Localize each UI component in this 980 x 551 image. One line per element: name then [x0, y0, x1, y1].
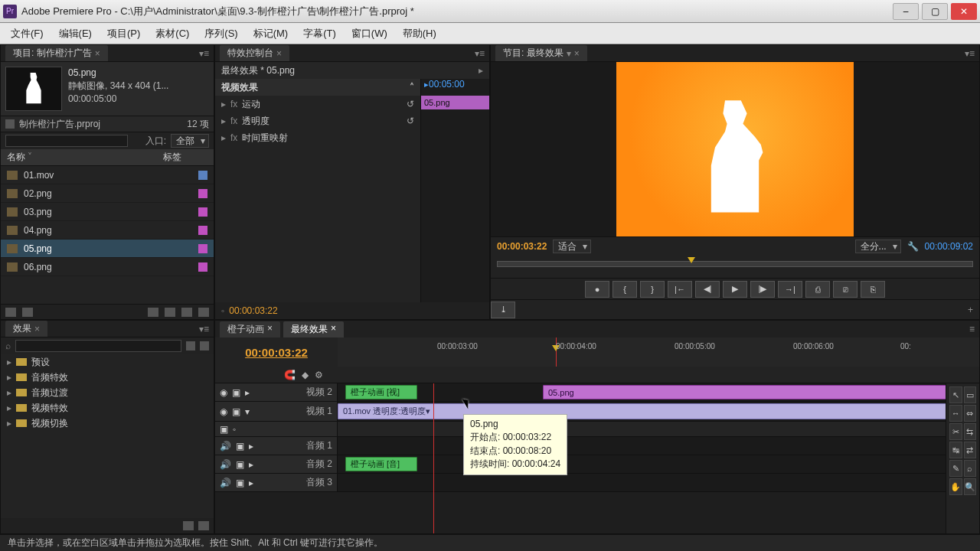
snap-icon[interactable]: 🧲 — [284, 370, 296, 380]
tool-button[interactable]: ▭ — [964, 386, 977, 403]
panel-menu-icon[interactable]: ▾≡ — [199, 48, 209, 59]
window-maximize-button[interactable]: ▢ — [922, 3, 948, 20]
window-close-button[interactable]: ✕ — [951, 3, 977, 20]
expand-icon[interactable]: ▸ — [245, 387, 250, 398]
close-icon[interactable]: × — [331, 323, 336, 336]
keyframe-toggle-icon[interactable]: ◦ — [221, 305, 224, 316]
effect-controls-tab[interactable]: 特效控制台× — [220, 45, 289, 61]
new-bin-icon[interactable] — [148, 308, 158, 317]
expand-icon[interactable]: ▸ — [7, 357, 11, 367]
transport-button[interactable]: ⎙ — [805, 281, 830, 298]
close-icon[interactable]: × — [276, 48, 282, 59]
list-view-icon[interactable] — [5, 308, 16, 317]
label-swatch[interactable] — [198, 262, 207, 272]
menu-item[interactable]: 项目(P) — [101, 25, 146, 42]
transport-button[interactable]: ◀| — [695, 281, 720, 298]
asset-row[interactable]: 05.png — [1, 240, 214, 258]
play-icon[interactable]: ▸ — [479, 65, 483, 76]
reset-icon[interactable]: ↺ — [407, 99, 414, 109]
export-frame-button[interactable]: ⤓ — [491, 302, 515, 318]
fx-badge-icon[interactable] — [186, 341, 195, 350]
fx-32-icon[interactable] — [200, 341, 209, 350]
settings-icon[interactable]: ⚙ — [315, 370, 323, 380]
icon-view-icon[interactable] — [22, 308, 33, 317]
trash-icon[interactable] — [198, 308, 209, 317]
expand-icon[interactable]: ▸ — [249, 441, 253, 452]
reset-icon[interactable]: ↺ — [407, 116, 414, 126]
expand-icon[interactable]: ▸ — [7, 387, 11, 398]
lock-icon[interactable]: ▣ — [236, 478, 244, 488]
tool-button[interactable]: ⇄ — [964, 442, 977, 458]
tool-button[interactable]: 🔍 — [964, 478, 977, 495]
label-swatch[interactable] — [198, 207, 207, 217]
panel-menu-icon[interactable]: ≡ — [969, 324, 975, 334]
tool-button[interactable]: ⌕ — [964, 460, 977, 477]
timeline-current-timecode[interactable]: 00:00:03:22 — [215, 337, 338, 367]
entry-dropdown[interactable]: 全部 — [171, 134, 209, 148]
resolution-dropdown[interactable]: 全分... — [855, 240, 901, 253]
menu-item[interactable]: 帮助(H) — [397, 25, 443, 42]
tool-button[interactable]: ↹ — [949, 442, 962, 458]
lock-icon[interactable]: ▣ — [236, 441, 244, 452]
column-label-header[interactable]: 标签 — [131, 151, 214, 164]
menu-item[interactable]: 窗口(W) — [345, 25, 394, 42]
column-name-header[interactable]: 名称 ˅ — [1, 151, 131, 164]
transport-button[interactable]: ▶ — [723, 281, 747, 298]
effects-folder[interactable]: ▸预设 — [1, 354, 214, 370]
mute-icon[interactable]: 🔊 — [220, 459, 231, 470]
transport-button[interactable]: { — [612, 281, 637, 298]
mute-icon[interactable]: 🔊 — [220, 478, 231, 488]
label-swatch[interactable] — [198, 244, 207, 253]
zoom-dropdown[interactable]: 适合 — [553, 240, 591, 253]
lock-icon[interactable]: ▣ — [236, 459, 244, 470]
menu-item[interactable]: 字幕(T) — [297, 25, 342, 42]
new-bin-icon[interactable] — [183, 521, 194, 530]
menu-item[interactable]: 素材(C) — [149, 25, 195, 42]
effects-folder[interactable]: ▸音频特效 — [1, 370, 214, 385]
keyframe-icon[interactable]: ◦ — [233, 424, 236, 435]
eye-icon[interactable]: ◉ — [220, 387, 227, 398]
track-subrow-icon[interactable]: ▣ — [220, 424, 228, 435]
effects-browser-tab[interactable]: 效果× — [5, 321, 47, 337]
timeline-ruler[interactable]: 00:00:03:0000:00:04:0000:00:05:0000:00:0… — [338, 337, 979, 367]
tool-button[interactable]: ✎ — [949, 460, 962, 477]
clip-a2[interactable]: 橙子动画 [音] — [345, 457, 417, 471]
menu-item[interactable]: 文件(F) — [5, 25, 50, 42]
transport-button[interactable]: |▶ — [750, 281, 775, 298]
project-tab[interactable]: 项目: 制作橙汁广告× — [5, 45, 108, 61]
expand-icon[interactable]: ▸ — [221, 132, 226, 143]
program-scrub-bar[interactable] — [491, 256, 979, 279]
lock-icon[interactable]: ▣ — [232, 406, 240, 417]
expand-icon[interactable]: ▸ — [221, 99, 226, 109]
panel-menu-icon[interactable]: ▾≡ — [965, 48, 975, 59]
label-swatch[interactable] — [198, 171, 207, 180]
lock-icon[interactable]: ▣ — [232, 387, 240, 398]
program-tab[interactable]: 节目: 最终效果 ▾ × — [495, 45, 587, 61]
effects-folder[interactable]: ▸视频切换 — [1, 416, 214, 431]
expand-icon[interactable]: ▸ — [7, 372, 11, 383]
transport-button[interactable]: } — [640, 281, 665, 298]
project-search-input[interactable] — [5, 135, 128, 147]
eye-icon[interactable]: ◉ — [220, 406, 227, 417]
close-icon[interactable]: × — [267, 323, 273, 336]
settings-icon[interactable]: 🔧 — [907, 241, 919, 252]
menu-item[interactable]: 编辑(E) — [53, 25, 98, 42]
asset-row[interactable]: 03.png — [1, 203, 214, 221]
expand-icon[interactable]: ▸ — [249, 478, 253, 488]
fx-toggle-icon[interactable]: fx — [230, 116, 237, 126]
fx-toggle-icon[interactable]: fx — [230, 132, 237, 143]
expand-icon[interactable]: ▸ — [249, 459, 253, 470]
label-swatch[interactable] — [198, 189, 207, 198]
tool-button[interactable]: ✋ — [949, 478, 962, 495]
clip-v2-b[interactable]: 05.png — [543, 385, 979, 399]
transport-button[interactable]: ⎚ — [833, 281, 858, 298]
transport-button[interactable]: ⎘ — [861, 281, 885, 298]
timeline-tab[interactable]: 橙子动画 × — [220, 321, 280, 337]
program-canvas[interactable] — [491, 62, 979, 236]
panel-menu-icon[interactable]: ▾≡ — [199, 324, 209, 334]
chevron-up-icon[interactable]: ˄ — [410, 82, 414, 93]
transport-button[interactable]: ● — [585, 281, 609, 298]
label-swatch[interactable] — [198, 226, 207, 235]
tool-button[interactable]: ⇔ — [964, 405, 977, 422]
close-icon[interactable]: × — [95, 48, 100, 59]
